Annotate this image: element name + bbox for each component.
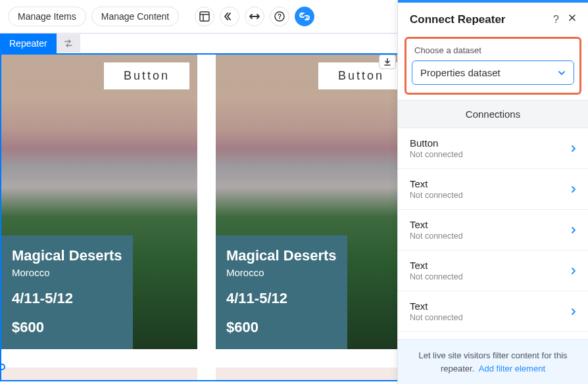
connection-status: Not connected <box>410 272 463 281</box>
repeater-item[interactable]: Button <box>216 368 412 381</box>
repeater-item[interactable]: Button <box>1 368 197 381</box>
panel-footer: Let live site visitors filter content fo… <box>398 339 588 384</box>
chevron-right-icon <box>571 267 576 275</box>
card-subtitle: Morocco <box>12 267 122 278</box>
help-icon[interactable]: ? <box>270 7 289 26</box>
chevron-right-icon <box>571 308 576 316</box>
svg-rect-0 <box>200 12 209 21</box>
connection-status: Not connected <box>410 313 463 322</box>
repeater-item[interactable]: Button Magical Deserts Morocco 4/11-5/12… <box>216 55 412 349</box>
connection-status: Not connected <box>410 150 463 159</box>
connection-item[interactable]: Text Not connected <box>398 210 588 251</box>
add-filter-link[interactable]: Add filter element <box>479 364 545 373</box>
connections-header: Connections <box>398 100 588 128</box>
connection-item[interactable]: Text Not connected <box>398 251 588 291</box>
connect-panel: Connect Repeater ? Choose a dataset Prop… <box>397 0 588 384</box>
layout-icon[interactable] <box>195 7 214 26</box>
download-icon[interactable] <box>379 55 396 69</box>
connection-label: Text <box>410 178 463 189</box>
chevron-right-icon <box>571 185 576 193</box>
connection-label: Text <box>410 260 463 271</box>
connection-label: Text <box>410 219 463 230</box>
dataset-value: Properties dataset <box>420 67 501 78</box>
dataset-label: Choose a dataset <box>414 45 574 55</box>
card-info: Magical Deserts Morocco 4/11-5/12 $600 <box>216 235 347 349</box>
manage-items-button[interactable]: Manage Items <box>8 7 86 26</box>
connection-status: Not connected <box>410 231 463 241</box>
connections-list: Button Not connected Text Not connected … <box>398 128 588 339</box>
connection-status: Not connected <box>410 191 463 200</box>
card-dates: 4/11-5/12 <box>226 290 337 307</box>
repeater-tab[interactable]: Repeater <box>0 34 57 53</box>
panel-header: Connect Repeater ? <box>398 3 588 34</box>
chevron-right-icon <box>571 145 576 153</box>
card-title: Magical Deserts <box>12 247 122 264</box>
connection-item[interactable]: Text Not connected <box>398 291 588 332</box>
card-title: Magical Deserts <box>226 247 337 264</box>
repeater-item[interactable]: Button Magical Deserts Morocco 4/11-5/12… <box>1 55 197 349</box>
card-subtitle: Morocco <box>226 267 337 278</box>
connect-data-icon[interactable] <box>295 7 314 26</box>
chevron-down-icon <box>558 70 566 76</box>
card-price: $600 <box>226 319 337 336</box>
connection-label: Text <box>410 300 463 312</box>
connection-item[interactable]: Button Not connected <box>398 128 588 169</box>
animation-icon[interactable] <box>220 7 239 26</box>
card-button[interactable]: Button <box>104 62 189 89</box>
swap-icon[interactable] <box>57 34 80 53</box>
panel-help-icon[interactable]: ? <box>553 14 559 26</box>
dataset-select[interactable]: Properties dataset <box>412 60 574 85</box>
manage-content-button[interactable]: Manage Content <box>91 7 180 26</box>
close-icon[interactable] <box>568 14 576 26</box>
card-dates: 4/11-5/12 <box>12 290 122 307</box>
card-info: Magical Deserts Morocco 4/11-5/12 $600 <box>1 235 133 349</box>
card-price: $600 <box>12 319 122 336</box>
stretch-icon[interactable] <box>245 7 264 26</box>
connection-label: Button <box>410 137 463 149</box>
connection-item[interactable]: Text Not connected <box>398 169 588 210</box>
panel-title: Connect Repeater <box>410 13 505 26</box>
svg-text:?: ? <box>278 13 282 20</box>
dataset-section-highlight: Choose a dataset Properties dataset <box>404 37 581 95</box>
chevron-right-icon <box>571 226 576 234</box>
